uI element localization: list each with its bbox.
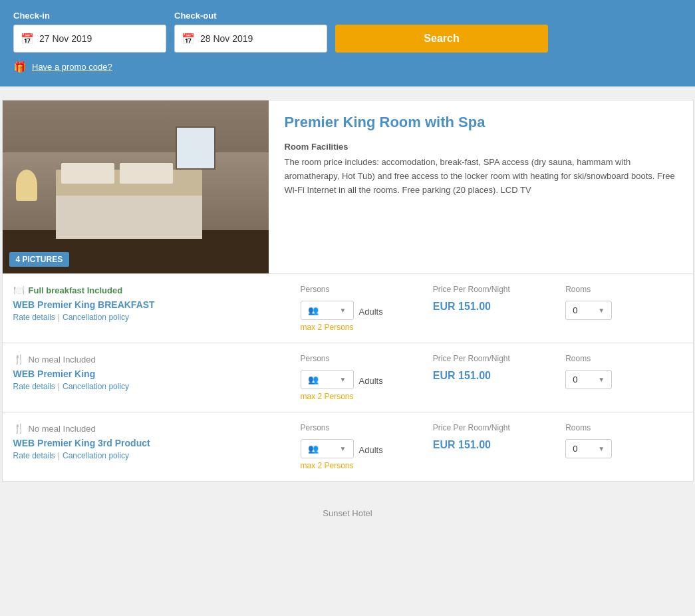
footer: Sunset Hotel [2, 495, 694, 532]
rate-row-0: 🍽️ Full breakfast Included WEB Premier K… [3, 285, 693, 332]
pictures-badge[interactable]: 4 PICTURES [9, 252, 70, 267]
rooms-header-2: Rooms [565, 423, 687, 432]
price-header-2: Price Per Room/Night [433, 423, 555, 432]
rate-sep-1: | [58, 382, 60, 391]
rate-left-0: 🍽️ Full breakfast Included WEB Premier K… [3, 285, 295, 322]
cancel-link-1[interactable]: Cancellation policy [63, 382, 129, 391]
facilities-title: Room Facilities [285, 142, 677, 152]
meal-badge-1: 🍴 No meal Included [13, 354, 285, 365]
rooms-val-2: 0 [573, 444, 577, 454]
adults-label-0: Adults [359, 307, 383, 317]
max-persons-0: max 2 Persons [301, 323, 422, 332]
facilities-text: The room price includes: accomodation, b… [285, 156, 677, 197]
promo-link[interactable]: Have a promo code? [32, 62, 112, 72]
persons-select-1[interactable]: 👥 ▼ [301, 370, 354, 389]
rate-name-2[interactable]: WEB Premier King 3rd Product [13, 438, 285, 448]
price-header-1: Price Per Room/Night [433, 354, 555, 363]
checkin-label: Check-in [13, 11, 166, 21]
price-value-1: EUR 151.00 [433, 370, 555, 382]
rate-details-link-2[interactable]: Rate details [13, 451, 55, 460]
rate-name-0[interactable]: WEB Premier King BREAKFAST [13, 299, 285, 310]
rooms-select-0[interactable]: 0 ▼ [565, 301, 612, 320]
checkout-group: Check-out 📅 [174, 11, 327, 53]
rate-section-2: 🍴 No meal Included WEB Premier King 3rd … [3, 412, 693, 481]
room-scene [3, 100, 269, 273]
rooms-select-2[interactable]: 0 ▼ [565, 439, 612, 458]
persons-col-1: Persons 👥 ▼ Adults max 2 Persons [295, 354, 428, 401]
footer-text: Sunset Hotel [323, 508, 372, 518]
checkin-group: Check-in 📅 [13, 11, 166, 53]
rate-sep-2: | [58, 451, 60, 460]
persons-icons-1: 👥 [308, 375, 319, 385]
max-persons-2: max 2 Persons [301, 461, 422, 470]
price-col-2: Price Per Room/Night EUR 151.00 [428, 423, 560, 451]
persons-select-0[interactable]: 👥 ▼ [301, 301, 354, 320]
room-top: 4 PICTURES Premier King Room with Spa Ro… [3, 100, 693, 273]
cancel-link-2[interactable]: Cancellation policy [63, 451, 129, 460]
checkin-input-wrap[interactable]: 📅 [13, 25, 166, 53]
rooms-col-2: Rooms 0 ▼ [560, 423, 692, 458]
room-title: Premier King Room with Spa [285, 114, 677, 131]
rooms-select-1[interactable]: 0 ▼ [565, 370, 612, 389]
persons-icons-2: 👥 [308, 444, 319, 454]
rooms-header-1: Rooms [565, 354, 687, 363]
checkout-label: Check-out [174, 11, 327, 21]
calendar-icon: 📅 [21, 33, 34, 45]
price-value-0: EUR 151.00 [433, 301, 555, 313]
rate-links-0: Rate details | Cancellation policy [13, 313, 285, 322]
meal-badge-2: 🍴 No meal Included [13, 423, 285, 434]
rate-section-1: 🍴 No meal Included WEB Premier King Rate… [3, 343, 693, 412]
rate-left-1: 🍴 No meal Included WEB Premier King Rate… [3, 354, 295, 391]
meal-icon-1: 🍴 [13, 354, 25, 365]
rate-rows: 🍽️ Full breakfast Included WEB Premier K… [3, 273, 693, 481]
meal-label-0: Full breakfast Included [29, 285, 123, 295]
promo-row: 🎁 Have a promo code? [13, 61, 682, 73]
persons-dropdown-arrow-2: ▼ [340, 445, 347, 452]
rooms-header-0: Rooms [565, 285, 687, 294]
price-col-1: Price Per Room/Night EUR 151.00 [428, 354, 560, 382]
meal-label-1: No meal Included [29, 355, 96, 365]
search-button[interactable]: Search [335, 25, 548, 53]
rate-links-1: Rate details | Cancellation policy [13, 382, 285, 391]
pillow2 [120, 163, 173, 184]
meal-icon-0: 🍽️ [13, 285, 25, 295]
room-image-wrap: 4 PICTURES [3, 100, 269, 273]
price-col-0: Price Per Room/Night EUR 151.00 [428, 285, 560, 313]
room-info: Premier King Room with Spa Room Faciliti… [269, 100, 693, 273]
header-bar: Check-in 📅 Check-out 📅 Search 🎁 Have a p… [0, 0, 695, 86]
adults-label-1: Adults [359, 376, 383, 386]
lamp [16, 170, 37, 201]
meal-badge-0: 🍽️ Full breakfast Included [13, 285, 285, 295]
checkout-input[interactable] [200, 33, 320, 44]
calendar-icon-2: 📅 [182, 33, 195, 45]
persons-header-2: Persons [301, 423, 422, 432]
persons-dropdown-arrow-0: ▼ [340, 307, 347, 314]
checkout-input-wrap[interactable]: 📅 [174, 25, 327, 53]
bedcover [56, 196, 202, 239]
rooms-col-1: Rooms 0 ▼ [560, 354, 692, 389]
adults-label-2: Adults [359, 445, 383, 455]
rate-details-link-1[interactable]: Rate details [13, 382, 55, 391]
room-image [3, 100, 269, 273]
rate-name-1[interactable]: WEB Premier King [13, 369, 285, 379]
persons-col-2: Persons 👥 ▼ Adults max 2 Persons [295, 423, 428, 470]
persons-dropdown-arrow-1: ▼ [340, 376, 347, 383]
persons-header-1: Persons [301, 354, 422, 363]
window [176, 126, 215, 170]
meal-icon-2: 🍴 [13, 423, 25, 434]
rooms-dropdown-arrow-2: ▼ [598, 445, 605, 452]
rooms-val-1: 0 [573, 375, 577, 385]
rooms-dropdown-arrow-0: ▼ [598, 307, 605, 314]
rooms-col-0: Rooms 0 ▼ [560, 285, 692, 320]
rooms-dropdown-arrow-1: ▼ [598, 376, 605, 383]
rooms-val-0: 0 [573, 305, 577, 315]
rate-details-link-0[interactable]: Rate details [13, 313, 55, 322]
rate-row-2: 🍴 No meal Included WEB Premier King 3rd … [3, 423, 693, 470]
cancel-link-0[interactable]: Cancellation policy [63, 313, 129, 322]
persons-select-2[interactable]: 👥 ▼ [301, 439, 354, 458]
max-persons-1: max 2 Persons [301, 392, 422, 401]
rate-left-2: 🍴 No meal Included WEB Premier King 3rd … [3, 423, 295, 460]
checkin-input[interactable] [39, 33, 159, 44]
rate-row-1: 🍴 No meal Included WEB Premier King Rate… [3, 354, 693, 401]
pillow1 [61, 163, 114, 184]
